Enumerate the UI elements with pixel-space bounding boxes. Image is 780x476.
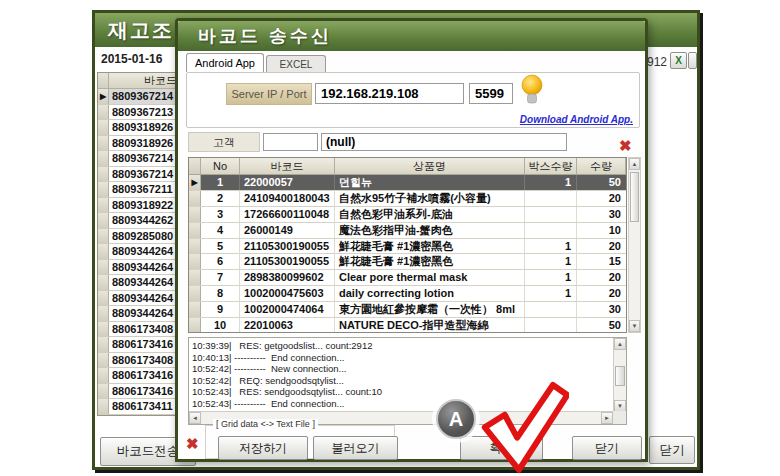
row-selector-cell bbox=[98, 291, 109, 306]
inventory-close-button[interactable]: 닫기 bbox=[649, 436, 695, 464]
server-ip-input[interactable] bbox=[315, 83, 464, 104]
cell-barcode: 24109400180043 bbox=[240, 191, 335, 206]
row-selector-cell bbox=[189, 302, 201, 317]
barcode-transfer-dialog: 바코드 송수신 Android App EXCEL Server IP / Po… bbox=[175, 18, 648, 462]
cell-barcode: 26000149 bbox=[240, 223, 335, 238]
row-selector-cell bbox=[98, 213, 109, 228]
dialog-close-button[interactable]: 닫기 bbox=[572, 436, 642, 460]
annotation-checkmark-icon bbox=[477, 378, 569, 474]
cell-product-name: 自然水95竹子補水噴霧(小容量) bbox=[335, 191, 525, 206]
product-row[interactable]: 72898380099602Clear pore thermal mask120 bbox=[189, 270, 626, 286]
row-selector-cell bbox=[189, 270, 201, 285]
scroll-left-icon[interactable]: ◄ bbox=[189, 412, 201, 424]
clear-grid-icon[interactable]: ✖ bbox=[619, 138, 632, 153]
scrollbar-thumb[interactable] bbox=[630, 172, 639, 222]
clear-file-icon[interactable]: ✖ bbox=[186, 436, 199, 451]
cell-box-qty: 1 bbox=[525, 270, 577, 285]
scrollbar-thumb[interactable] bbox=[615, 366, 625, 386]
cell-product-name: daily correcting lotion bbox=[335, 286, 525, 301]
cell-no: 7 bbox=[201, 270, 240, 285]
log-line: 10:40:13| ---------- End connection... bbox=[192, 352, 610, 364]
column-header-box: 박스수량 bbox=[525, 158, 577, 174]
download-android-app-link[interactable]: Download Android App. bbox=[520, 114, 633, 125]
cell-box-qty bbox=[525, 223, 577, 238]
cell-box-qty bbox=[525, 191, 577, 206]
row-selector-cell bbox=[98, 322, 109, 337]
server-ip-port-label: Server IP / Port bbox=[226, 83, 312, 105]
log-vertical-scrollbar[interactable]: ▲ ▼ bbox=[613, 338, 626, 412]
row-selector-cell bbox=[189, 239, 201, 254]
dialog-titlebar[interactable]: 바코드 송수신 bbox=[178, 21, 645, 51]
partial-toolbar-button[interactable] bbox=[688, 52, 697, 69]
product-row[interactable]: 224109400180043自然水95竹子補水噴霧(小容量)20 bbox=[189, 191, 626, 207]
cell-qty: 20 bbox=[577, 286, 626, 301]
product-grid-header: No바코드상품명박스수량수량 bbox=[189, 158, 626, 175]
row-selector-cell bbox=[98, 182, 109, 197]
log-line: 10:39:39| RES: getgoodslist... count:291… bbox=[192, 340, 610, 352]
cell-no: 5 bbox=[201, 239, 240, 254]
cell-product-name: 鮮花睫毛膏 #1濃密黑色 bbox=[335, 254, 525, 269]
cell-no: 1 bbox=[201, 175, 240, 190]
cell-box-qty: 1 bbox=[525, 286, 577, 301]
scroll-up-icon[interactable]: ▲ bbox=[629, 158, 640, 170]
row-selector-cell bbox=[98, 275, 109, 290]
cell-no: 9 bbox=[201, 302, 240, 317]
cell-product-name: NATURE DECO-指甲造型海綿 bbox=[335, 318, 525, 333]
product-row[interactable]: 91002000474064東方園地紅參按摩霜（一次性） 8ml30 bbox=[189, 302, 626, 318]
cell-qty: 20 bbox=[577, 191, 626, 206]
cell-box-qty bbox=[525, 207, 577, 222]
product-row[interactable]: 317266600110048自然色彩甲油系列-底油30 bbox=[189, 207, 626, 223]
cell-product-name: 던힐뉴 bbox=[335, 175, 525, 190]
save-button[interactable]: 저장하기 bbox=[218, 436, 308, 460]
cell-barcode: 21105300190055 bbox=[240, 239, 335, 254]
cell-barcode: 2898380099602 bbox=[240, 270, 335, 285]
row-selector-cell bbox=[98, 120, 109, 135]
row-selector-cell bbox=[98, 306, 109, 321]
row-selector-cell bbox=[189, 207, 201, 222]
column-header-selector bbox=[189, 158, 201, 174]
cell-product-name: 魔法色彩指甲油-蟹肉色 bbox=[335, 223, 525, 238]
cell-qty: 30 bbox=[577, 302, 626, 317]
row-selector-cell bbox=[98, 136, 109, 151]
cell-no: 3 bbox=[201, 207, 240, 222]
row-selector-cell bbox=[189, 286, 201, 301]
scroll-up-icon[interactable]: ▲ bbox=[614, 338, 626, 350]
cell-no: 8 bbox=[201, 286, 240, 301]
row-selector-cell bbox=[189, 318, 201, 333]
cell-box-qty: 1 bbox=[525, 239, 577, 254]
product-row[interactable]: 521105300190055鮮花睫毛膏 #1濃密黑色120 bbox=[189, 239, 626, 255]
dialog-content: Android App EXCEL Server IP / Port Downl… bbox=[178, 51, 645, 459]
cell-barcode: 22010063 bbox=[240, 318, 335, 333]
customer-code-input[interactable] bbox=[263, 133, 318, 151]
scroll-right-icon[interactable]: ► bbox=[601, 412, 613, 424]
load-button[interactable]: 불러오기 bbox=[313, 436, 398, 460]
row-selector-cell bbox=[98, 260, 109, 275]
cell-qty: 50 bbox=[577, 175, 626, 190]
product-row[interactable]: 426000149魔法色彩指甲油-蟹肉色10 bbox=[189, 223, 626, 239]
customer-name-input[interactable] bbox=[321, 133, 567, 151]
tab-android-app[interactable]: Android App bbox=[186, 53, 264, 72]
product-row[interactable]: 1022010063NATURE DECO-指甲造型海綿50 bbox=[189, 318, 626, 333]
row-selector-cell: ▶ bbox=[189, 175, 201, 190]
excel-export-icon[interactable]: X bbox=[670, 52, 687, 69]
product-grid-scrollbar[interactable]: ▲ ▼ bbox=[628, 157, 641, 333]
product-row[interactable]: ▶122000057던힐뉴150 bbox=[189, 175, 626, 191]
annotation-a-badge: A bbox=[436, 399, 476, 439]
row-selector-cell: ▶ bbox=[98, 89, 109, 104]
cell-qty: 30 bbox=[577, 207, 626, 222]
row-selector-cell bbox=[98, 368, 109, 383]
cell-box-qty: 1 bbox=[525, 175, 577, 190]
tab-excel[interactable]: EXCEL bbox=[266, 55, 326, 72]
cell-qty: 20 bbox=[577, 239, 626, 254]
cell-barcode: 17266600110048 bbox=[240, 207, 335, 222]
server-port-input[interactable] bbox=[469, 83, 513, 104]
scrollbar-corner bbox=[613, 411, 626, 424]
product-row[interactable]: 81002000475603daily correcting lotion120 bbox=[189, 286, 626, 302]
column-header-qty: 수량 bbox=[577, 158, 626, 174]
scroll-down-icon[interactable]: ▼ bbox=[629, 320, 640, 332]
cell-qty: 10 bbox=[577, 223, 626, 238]
product-row[interactable]: 621105300190055鮮花睫毛膏 #1濃密黑色115 bbox=[189, 254, 626, 270]
dialog-title: 바코드 송수신 bbox=[198, 24, 332, 48]
cell-no: 10 bbox=[201, 318, 240, 333]
cell-product-name: 自然色彩甲油系列-底油 bbox=[335, 207, 525, 222]
